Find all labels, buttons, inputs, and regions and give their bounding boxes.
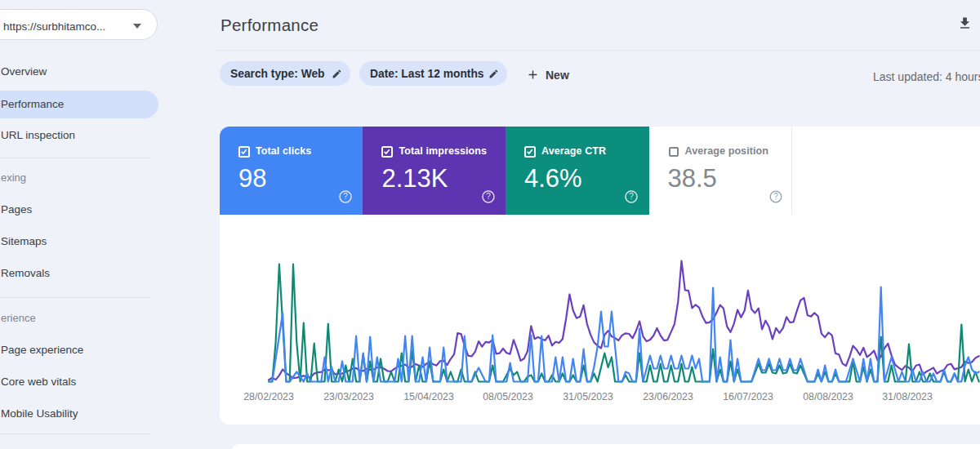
svg-text:?: ? — [487, 192, 492, 201]
svg-text:?: ? — [343, 192, 348, 201]
svg-text:?: ? — [773, 192, 778, 201]
svg-text:?: ? — [629, 192, 634, 201]
